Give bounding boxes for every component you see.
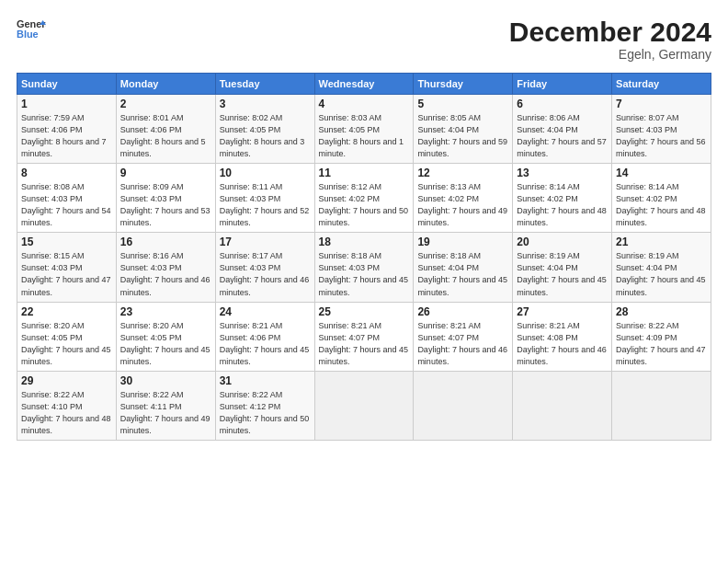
day-detail: Sunrise: 8:06 AMSunset: 4:04 PMDaylight:… [517,112,608,160]
calendar-week-4: 22Sunrise: 8:20 AMSunset: 4:05 PMDayligh… [17,302,711,371]
day-detail: Sunrise: 8:14 AMSunset: 4:02 PMDaylight:… [616,181,707,229]
calendar-cell: 9Sunrise: 8:09 AMSunset: 4:03 PMDaylight… [116,164,215,233]
day-number: 8 [21,167,112,179]
day-detail: Sunrise: 8:05 AMSunset: 4:04 PMDaylight:… [417,112,508,160]
calendar-header-row: SundayMondayTuesdayWednesdayThursdayFrid… [17,74,711,95]
day-detail: Sunrise: 8:02 AMSunset: 4:05 PMDaylight:… [220,112,311,160]
calendar-cell: 7Sunrise: 8:07 AMSunset: 4:03 PMDaylight… [612,95,711,164]
logo: General Blue [17,17,46,42]
calendar-cell: 13Sunrise: 8:14 AMSunset: 4:02 PMDayligh… [513,164,612,233]
calendar-cell: 10Sunrise: 8:11 AMSunset: 4:03 PMDayligh… [215,164,314,233]
day-number: 1 [21,98,112,110]
col-header-monday: Monday [116,74,215,95]
calendar-cell [612,371,711,440]
calendar-cell: 1Sunrise: 7:59 AMSunset: 4:06 PMDaylight… [17,95,117,164]
day-detail: Sunrise: 8:07 AMSunset: 4:03 PMDaylight:… [616,112,707,160]
calendar-cell: 21Sunrise: 8:19 AMSunset: 4:04 PMDayligh… [612,233,711,302]
col-header-sunday: Sunday [17,74,117,95]
day-detail: Sunrise: 8:16 AMSunset: 4:03 PMDaylight:… [120,250,211,298]
calendar-table: SundayMondayTuesdayWednesdayThursdayFrid… [17,73,711,441]
month-title: December 2024 [509,17,711,47]
calendar-cell: 4Sunrise: 8:03 AMSunset: 4:05 PMDaylight… [314,95,414,164]
page-header: General Blue December 2024 Egeln, German… [17,17,711,62]
day-detail: Sunrise: 8:21 AMSunset: 4:07 PMDaylight:… [417,320,508,368]
day-number: 16 [120,236,211,248]
day-number: 4 [319,98,410,110]
day-number: 7 [616,98,707,110]
day-detail: Sunrise: 8:22 AMSunset: 4:09 PMDaylight:… [616,320,707,368]
calendar-cell [414,371,513,440]
logo-icon: General Blue [17,17,46,42]
day-detail: Sunrise: 8:14 AMSunset: 4:02 PMDaylight:… [517,181,608,229]
day-number: 19 [417,236,508,248]
day-detail: Sunrise: 8:01 AMSunset: 4:06 PMDaylight:… [120,112,211,160]
day-detail: Sunrise: 8:08 AMSunset: 4:03 PMDaylight:… [21,181,112,229]
col-header-wednesday: Wednesday [314,74,414,95]
day-detail: Sunrise: 8:09 AMSunset: 4:03 PMDaylight:… [120,181,211,229]
calendar-cell: 15Sunrise: 8:15 AMSunset: 4:03 PMDayligh… [17,233,117,302]
day-number: 10 [220,167,311,179]
calendar-cell: 27Sunrise: 8:21 AMSunset: 4:08 PMDayligh… [513,302,612,371]
day-detail: Sunrise: 8:03 AMSunset: 4:05 PMDaylight:… [319,112,410,160]
day-detail: Sunrise: 8:19 AMSunset: 4:04 PMDaylight:… [517,250,608,298]
day-number: 26 [417,305,508,318]
calendar-cell: 20Sunrise: 8:19 AMSunset: 4:04 PMDayligh… [513,233,612,302]
day-number: 5 [417,98,508,110]
day-detail: Sunrise: 8:21 AMSunset: 4:06 PMDaylight:… [220,320,311,368]
calendar-cell: 28Sunrise: 8:22 AMSunset: 4:09 PMDayligh… [612,302,711,371]
calendar-cell [513,371,612,440]
day-number: 31 [220,374,311,387]
day-number: 18 [319,236,410,248]
day-number: 29 [21,374,112,387]
day-number: 9 [120,167,211,179]
calendar-cell: 23Sunrise: 8:20 AMSunset: 4:05 PMDayligh… [116,302,215,371]
day-number: 24 [220,305,311,318]
calendar-cell: 18Sunrise: 8:18 AMSunset: 4:03 PMDayligh… [314,233,414,302]
day-number: 6 [517,98,608,110]
calendar-cell: 8Sunrise: 8:08 AMSunset: 4:03 PMDaylight… [17,164,117,233]
day-number: 2 [120,98,211,110]
calendar-cell: 14Sunrise: 8:14 AMSunset: 4:02 PMDayligh… [612,164,711,233]
day-number: 21 [616,236,707,248]
day-detail: Sunrise: 8:22 AMSunset: 4:10 PMDaylight:… [21,389,112,437]
day-detail: Sunrise: 8:21 AMSunset: 4:08 PMDaylight:… [517,320,608,368]
calendar-cell: 3Sunrise: 8:02 AMSunset: 4:05 PMDaylight… [215,95,314,164]
calendar-cell: 24Sunrise: 8:21 AMSunset: 4:06 PMDayligh… [215,302,314,371]
day-number: 3 [220,98,311,110]
calendar-cell: 6Sunrise: 8:06 AMSunset: 4:04 PMDaylight… [513,95,612,164]
col-header-tuesday: Tuesday [215,74,314,95]
calendar-week-5: 29Sunrise: 8:22 AMSunset: 4:10 PMDayligh… [17,371,711,440]
day-detail: Sunrise: 8:21 AMSunset: 4:07 PMDaylight:… [319,320,410,368]
day-number: 13 [517,167,608,179]
day-number: 28 [616,305,707,318]
day-detail: Sunrise: 8:17 AMSunset: 4:03 PMDaylight:… [220,250,311,298]
day-detail: Sunrise: 8:19 AMSunset: 4:04 PMDaylight:… [616,250,707,298]
day-detail: Sunrise: 8:18 AMSunset: 4:04 PMDaylight:… [417,250,508,298]
day-number: 11 [319,167,410,179]
day-number: 23 [120,305,211,318]
day-number: 27 [517,305,608,318]
calendar-cell: 26Sunrise: 8:21 AMSunset: 4:07 PMDayligh… [414,302,513,371]
col-header-saturday: Saturday [612,74,711,95]
calendar-cell: 17Sunrise: 8:17 AMSunset: 4:03 PMDayligh… [215,233,314,302]
calendar-cell: 19Sunrise: 8:18 AMSunset: 4:04 PMDayligh… [414,233,513,302]
calendar-cell: 5Sunrise: 8:05 AMSunset: 4:04 PMDaylight… [414,95,513,164]
calendar-week-3: 15Sunrise: 8:15 AMSunset: 4:03 PMDayligh… [17,233,711,302]
day-detail: Sunrise: 8:15 AMSunset: 4:03 PMDaylight:… [21,250,112,298]
calendar-cell: 2Sunrise: 8:01 AMSunset: 4:06 PMDaylight… [116,95,215,164]
day-detail: Sunrise: 7:59 AMSunset: 4:06 PMDaylight:… [21,112,112,160]
day-number: 12 [417,167,508,179]
col-header-thursday: Thursday [414,74,513,95]
calendar-cell: 31Sunrise: 8:22 AMSunset: 4:12 PMDayligh… [215,371,314,440]
calendar-cell: 29Sunrise: 8:22 AMSunset: 4:10 PMDayligh… [17,371,117,440]
location-subtitle: Egeln, Germany [509,47,711,62]
day-detail: Sunrise: 8:11 AMSunset: 4:03 PMDaylight:… [220,181,311,229]
day-detail: Sunrise: 8:13 AMSunset: 4:02 PMDaylight:… [417,181,508,229]
col-header-friday: Friday [513,74,612,95]
day-detail: Sunrise: 8:22 AMSunset: 4:11 PMDaylight:… [120,389,211,437]
calendar-cell: 22Sunrise: 8:20 AMSunset: 4:05 PMDayligh… [17,302,117,371]
svg-text:Blue: Blue [17,29,39,40]
day-number: 20 [517,236,608,248]
day-detail: Sunrise: 8:20 AMSunset: 4:05 PMDaylight:… [120,320,211,368]
day-detail: Sunrise: 8:12 AMSunset: 4:02 PMDaylight:… [319,181,410,229]
